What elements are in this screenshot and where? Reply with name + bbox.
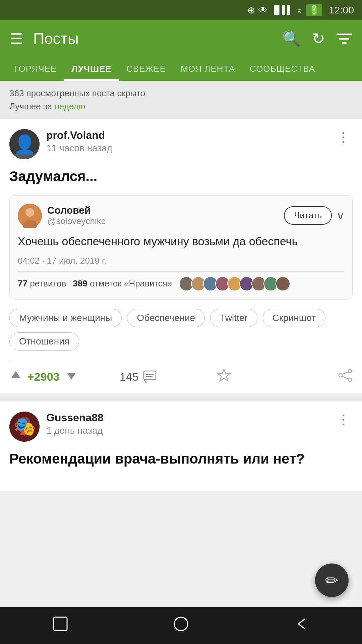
- tab-hot[interactable]: ГОРЯЧЕЕ: [7, 57, 64, 81]
- post-card-1: prof.Voland 11 часов назад ⋮ Задумался..…: [0, 119, 362, 393]
- tweet-date: 04:02 · 17 июл. 2019 г.: [18, 256, 344, 266]
- menu-icon[interactable]: ☰: [10, 30, 23, 47]
- tweet-avatar: [18, 204, 42, 228]
- liker-avatar: [276, 276, 290, 291]
- post-title-1: Задумался...: [9, 167, 353, 186]
- clock: 12:00: [329, 4, 354, 16]
- app-bar: ☰ Посты 🔍 ↻: [0, 20, 362, 57]
- post-time-1: 11 часов назад: [46, 143, 334, 154]
- avatar-gussena: [9, 412, 40, 442]
- author-name-1[interactable]: prof.Voland: [46, 129, 334, 142]
- comment-count: 145: [120, 370, 139, 383]
- svg-rect-0: [337, 34, 352, 35]
- battery-icon: 🔋: [306, 4, 322, 16]
- period-text: Лучшее за неделю: [9, 100, 353, 113]
- eye-icon: 👁: [258, 5, 268, 16]
- tag-men-women[interactable]: Мужчины и женщины: [9, 309, 122, 327]
- tweet-author-name: Соловей: [47, 205, 284, 216]
- refresh-icon[interactable]: ↻: [312, 30, 325, 48]
- status-bar: ⊕ 👁 ▐▌▌▌ ⌅ 🔋 12:00: [0, 0, 362, 20]
- signal-icon: ▐▌▌▌: [271, 5, 293, 15]
- tweet-stats: 77 ретвитов 389 отметок «Нравится»: [18, 278, 172, 289]
- tab-best[interactable]: ЛУЧШЕЕ: [64, 57, 119, 81]
- svg-point-9: [25, 208, 34, 217]
- svg-rect-1: [339, 38, 349, 40]
- post-time-2: 1 день назад: [46, 425, 334, 436]
- tab-fresh[interactable]: СВЕЖЕЕ: [119, 57, 173, 81]
- tag-twitter[interactable]: Twitter: [210, 309, 257, 327]
- tweet-header: Соловей @soloveychikc Читать ∨: [18, 204, 344, 228]
- post-title-2: Рекомендации врача-выполнять или нет?: [9, 450, 353, 468]
- wifi-icon: ⌅: [296, 5, 303, 15]
- compose-fab[interactable]: ✏: [315, 564, 349, 597]
- post-actions-1: +2903 145: [9, 360, 353, 393]
- info-banner: 363 просмотренных поста скрыто Лучшее за…: [0, 81, 362, 119]
- tabs-bar: ГОРЯЧЕЕ ЛУЧШЕЕ СВЕЖЕЕ МОЯ ЛЕНТА СООБЩЕСТ…: [0, 57, 362, 81]
- tweet-stats-row: 77 ретвитов 389 отметок «Нравится»: [18, 271, 344, 291]
- share-button[interactable]: [338, 368, 353, 385]
- post-author-info-2: Gussena88 1 день назад: [46, 412, 334, 436]
- favorite-action: [181, 368, 267, 385]
- svg-point-22: [18, 417, 31, 429]
- nav-recent-apps[interactable]: [39, 609, 82, 642]
- svg-line-12: [144, 380, 146, 383]
- downvote-button[interactable]: [65, 369, 78, 385]
- comment-action[interactable]: 145: [95, 370, 181, 383]
- tweet-chevron-icon[interactable]: ∨: [337, 209, 344, 222]
- svg-point-6: [21, 138, 23, 140]
- filter-icon[interactable]: [337, 32, 352, 45]
- svg-point-17: [348, 378, 352, 381]
- app-bar-actions: 🔍 ↻: [282, 30, 352, 48]
- page-title: Посты: [33, 30, 282, 48]
- tweet-text: Хочешь обеспеченного мужчину возьми да о…: [18, 233, 344, 250]
- tag-screenshot[interactable]: Скриншот: [263, 309, 325, 327]
- post-menu-1[interactable]: ⋮: [334, 129, 353, 145]
- share-action: [267, 368, 353, 385]
- nav-back[interactable]: [280, 609, 323, 642]
- svg-point-18: [339, 374, 342, 377]
- svg-point-4: [19, 135, 30, 145]
- tab-my-feed[interactable]: МОЯ ЛЕНТА: [173, 57, 242, 81]
- search-icon[interactable]: 🔍: [282, 30, 301, 47]
- tag-relations[interactable]: Отношения: [9, 332, 79, 351]
- hidden-count-text: 363 просмотренных поста скрыто: [9, 87, 353, 100]
- post-header-2: Gussena88 1 день назад ⋮: [9, 412, 353, 442]
- post-tags-1: Мужчины и женщины Обеспечение Twitter Ск…: [9, 309, 353, 351]
- tweet-read-button[interactable]: Читать: [284, 206, 332, 225]
- post-card-2: Gussena88 1 день назад ⋮ Рекомендации вр…: [0, 401, 362, 491]
- nav-home[interactable]: [159, 609, 203, 642]
- vote-count: +2903: [27, 370, 60, 383]
- svg-point-21: [9, 412, 40, 442]
- author-name-2[interactable]: Gussena88: [46, 412, 334, 424]
- retweet-count: 77 ретвитов: [18, 278, 66, 289]
- svg-line-19: [342, 372, 348, 374]
- svg-point-7: [26, 138, 28, 140]
- svg-point-24: [174, 617, 188, 631]
- tag-provision[interactable]: Обеспечение: [127, 309, 205, 327]
- svg-marker-15: [218, 369, 230, 381]
- tweet-likers: [179, 276, 288, 291]
- avatar-voland: [9, 129, 40, 159]
- svg-point-5: [15, 149, 34, 159]
- tweet-author-handle: @soloveychikc: [47, 216, 284, 226]
- favorite-button[interactable]: [217, 368, 231, 385]
- post-menu-2[interactable]: ⋮: [334, 412, 353, 427]
- upvote-button[interactable]: [9, 369, 22, 385]
- svg-rect-2: [342, 42, 347, 44]
- post-divider: [0, 397, 362, 401]
- svg-rect-23: [54, 617, 67, 631]
- tab-communities[interactable]: СООБЩЕСТВА: [242, 57, 322, 81]
- svg-point-16: [348, 369, 352, 373]
- status-icons: ⊕ 👁 ▐▌▌▌ ⌅ 🔋: [247, 4, 322, 16]
- post-header-1: prof.Voland 11 часов назад ⋮: [9, 129, 353, 159]
- tweet-embed-1: Соловей @soloveychikc Читать ∨ Хочешь об…: [9, 195, 353, 300]
- period-link[interactable]: неделю: [55, 101, 85, 111]
- svg-rect-11: [144, 371, 156, 380]
- tweet-author-info: Соловей @soloveychikc: [47, 205, 284, 226]
- nav-bar: [0, 607, 362, 644]
- like-count: 389 отметок «Нравится»: [73, 278, 172, 289]
- nfc-icon: ⊕: [247, 5, 255, 16]
- svg-line-20: [342, 376, 348, 379]
- post-author-info-1: prof.Voland 11 часов назад: [46, 129, 334, 154]
- compose-icon: ✏: [325, 571, 339, 590]
